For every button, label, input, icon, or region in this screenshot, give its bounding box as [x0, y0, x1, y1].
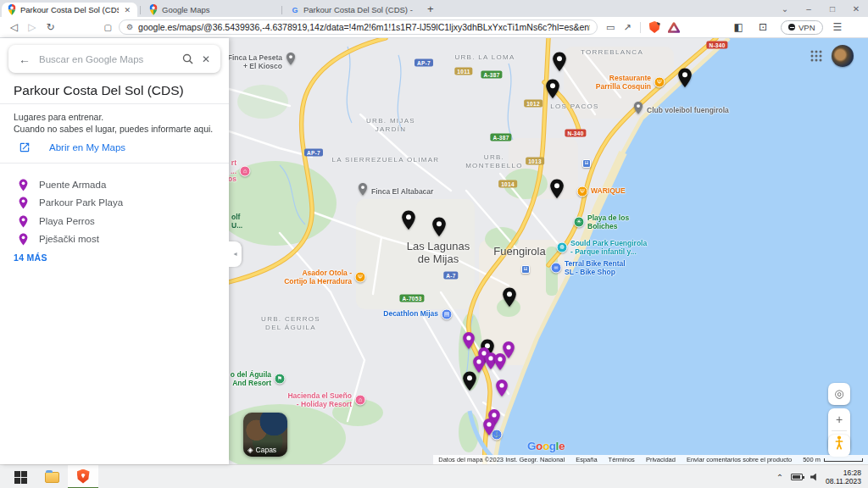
google-g-favicon: G	[291, 6, 299, 14]
link-espana[interactable]: España	[576, 456, 597, 463]
map-marker-black[interactable]	[550, 179, 565, 202]
poi-hacienda-el-sueno-icon[interactable]: ⌂	[355, 395, 366, 406]
more-places-link[interactable]: 14 MÁS	[14, 252, 47, 263]
poi-restaurante-parrilla-cosquin-icon[interactable]: Ψ	[654, 77, 665, 88]
vpn-icon	[788, 24, 795, 30]
link-terminos[interactable]: Términos	[609, 456, 635, 463]
reload-icon[interactable]: ↻	[46, 21, 54, 33]
pegman-button[interactable]	[828, 435, 850, 457]
list-item-playa-perros[interactable]: Playa Perros	[19, 213, 95, 230]
poi-label-finca-la-peseta: Finca La Peseta+ El Kiosco	[229, 54, 282, 70]
brave-shield-icon[interactable]: 4	[649, 21, 660, 33]
map-area-label: URB. MIJASJARDÍN	[366, 117, 415, 134]
transit-station-icon[interactable]: ⊟	[521, 265, 530, 274]
tab-google-maps[interactable]: Google Maps	[143, 3, 279, 17]
share-icon[interactable]: ↗	[623, 22, 631, 33]
open-in-mymaps-link[interactable]: Abrir en My Maps	[19, 141, 125, 153]
back-icon[interactable]: ◁	[10, 21, 18, 33]
search-box[interactable]: ← Buscar en Google Maps ✕	[8, 45, 220, 73]
map-canvas[interactable]: URB. LA LOMATORREBLANCALOS PACOSURB. MIJ…	[229, 38, 868, 464]
clear-search-icon[interactable]: ✕	[202, 53, 210, 65]
sidebar-toggle-icon[interactable]: ◧	[734, 21, 743, 33]
menu-icon[interactable]: ☰	[833, 21, 843, 33]
poi-label-playa-de-los-boliches: Playa de losBoliches	[587, 214, 629, 230]
poi-pin-club-voleibol-fuengirola[interactable]	[634, 101, 643, 118]
map-marker-black[interactable]	[678, 68, 693, 92]
poi-asador-otola-icon[interactable]: Ψ	[355, 272, 366, 283]
transit-station-icon[interactable]: ⊟	[582, 159, 591, 168]
road-badge: AP-7	[304, 149, 323, 157]
link-privacidad[interactable]: Privacidad	[646, 456, 676, 463]
map-marker-purple[interactable]	[496, 380, 509, 401]
cast-icon[interactable]: ▭	[606, 22, 615, 33]
forward-icon[interactable]: ▷	[28, 21, 36, 33]
road-badge: 1013	[526, 158, 544, 165]
minimize-button[interactable]: –	[797, 4, 821, 14]
map-marker-purple[interactable]	[483, 419, 496, 440]
collapse-sidebar-button[interactable]: ◂	[229, 241, 242, 267]
poi-pin-finca-el-altabacar[interactable]	[359, 182, 368, 199]
map-marker-black[interactable]	[432, 217, 447, 241]
purple-pin-icon	[19, 197, 28, 209]
poi-terral-bike-rental-icon[interactable]: ∞	[551, 263, 562, 274]
map-marker-purple[interactable]	[463, 332, 476, 353]
browser-toolbar: ◁ ▷ ↻ ▢ ⚙ google.es/maps/@36.5439936,-4.…	[0, 17, 868, 38]
site-settings-icon[interactable]: ⚙	[126, 23, 133, 31]
map-area-label: LOS PACOS	[550, 103, 598, 111]
tab-parkour-cds[interactable]: Parkour Costa Del Sol (CDS) - Go ✕	[2, 3, 137, 17]
map-marker-black[interactable]	[546, 79, 560, 103]
open-in-new-icon	[19, 141, 31, 153]
my-location-button[interactable]: ◎	[828, 383, 850, 405]
vpn-button[interactable]: VPN	[781, 20, 823, 35]
map-marker-black[interactable]	[402, 210, 416, 234]
map-marker-black[interactable]	[503, 287, 517, 311]
tab-close-icon[interactable]: ✕	[123, 6, 131, 14]
shield-badge: 4	[657, 19, 664, 25]
url-text[interactable]: google.es/maps/@36.5439936,-4.6378919,14…	[138, 22, 590, 32]
map-marker-purple[interactable]	[473, 356, 486, 377]
start-button[interactable]	[5, 465, 36, 488]
taskbar-clock[interactable]: 16:28 08.11.2023	[826, 469, 861, 485]
road-badge: N-340	[706, 42, 727, 49]
tray-expand-icon[interactable]: ⌃	[776, 473, 783, 482]
profile-avatar[interactable]	[832, 45, 854, 67]
list-item-puente-armada[interactable]: Puente Armada	[19, 176, 106, 193]
tab-search-icon[interactable]: ⌄	[773, 4, 797, 14]
close-button[interactable]: ✕	[844, 4, 868, 14]
poi-resort-cut-left-edge-icon[interactable]: ⌂	[240, 166, 251, 177]
map-marker-purple[interactable]	[503, 341, 515, 363]
brave-browser-icon[interactable]	[68, 465, 98, 488]
url-bar[interactable]: ⚙ google.es/maps/@36.5439936,-4.6378919,…	[119, 19, 598, 35]
maximize-button[interactable]: □	[821, 4, 844, 14]
road-badge: A-387	[490, 134, 511, 141]
search-input[interactable]: Buscar en Google Maps	[39, 54, 174, 64]
poi-playa-de-los-boliches-icon[interactable]: ☀	[574, 217, 585, 228]
poi-sould-park-fuengirola-icon[interactable]: ☸	[557, 242, 568, 253]
poi-pin-finca-la-peseta[interactable]	[287, 52, 296, 69]
road-badge: AP-7	[415, 59, 433, 67]
list-item-pjesacki-most[interactable]: Pješački most	[19, 230, 99, 247]
search-icon[interactable]	[182, 53, 193, 64]
link-feedback[interactable]: Enviar comentarios sobre el producto	[687, 456, 792, 463]
tab-title: Parkour Costa Del Sol (CDS) - Google	[303, 5, 415, 14]
poi-label-golf-resort-cut: o del ÁguilaAnd Resort	[231, 371, 271, 387]
poi-golf-resort-cut-icon[interactable]: ⚑	[275, 374, 286, 385]
speaker-icon[interactable]	[810, 474, 818, 481]
bookmark-icon[interactable]: ▢	[104, 23, 112, 32]
extension-triangle-icon[interactable]	[668, 22, 680, 33]
new-tab-button[interactable]: +	[427, 3, 434, 15]
poi-decathlon-mijas-icon[interactable]: ▤	[442, 309, 453, 320]
pegman-icon	[835, 435, 843, 450]
poi-warique-icon[interactable]: Ψ	[577, 186, 588, 197]
map-marker-black[interactable]	[553, 52, 567, 75]
list-item-parkour-park-playa[interactable]: Parkour Park Playa	[19, 194, 123, 211]
layers-button[interactable]: ◈Capas	[243, 413, 287, 457]
file-explorer-icon[interactable]	[37, 465, 66, 488]
side-panel-icon[interactable]: ⊡	[759, 21, 767, 33]
map-city-label: Fuengirola	[493, 245, 545, 258]
tab-parkour-search[interactable]: G Parkour Costa Del Sol (CDS) - Google	[285, 3, 420, 17]
back-arrow-icon[interactable]: ←	[19, 53, 31, 66]
zoom-in-button[interactable]: +	[828, 408, 850, 430]
battery-icon[interactable]	[791, 474, 803, 480]
google-apps-grid-icon[interactable]	[810, 50, 822, 62]
